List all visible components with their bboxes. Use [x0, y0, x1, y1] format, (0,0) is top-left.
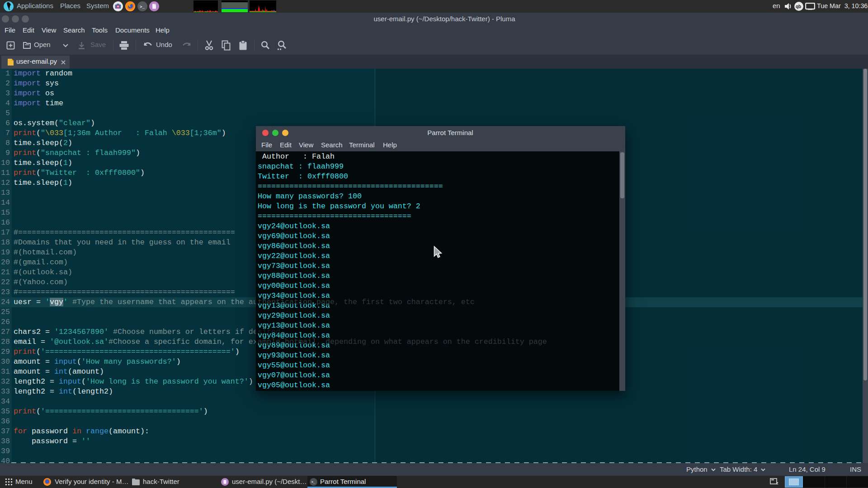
svg-text:>_: >_ [140, 5, 145, 9]
svg-text:qb: qb [796, 4, 801, 9]
svg-text:>_: >_ [311, 480, 316, 484]
svg-text:z: z [776, 481, 778, 485]
